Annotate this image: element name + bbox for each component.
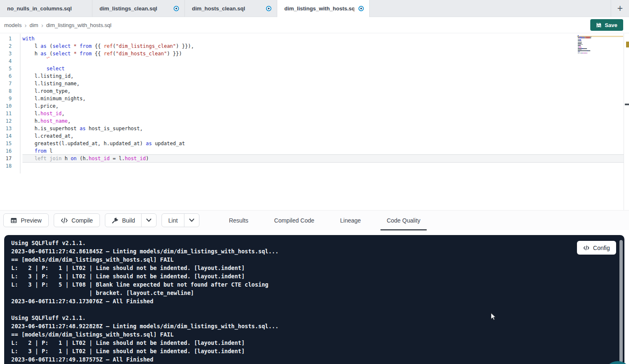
line-number: 12	[0, 117, 20, 125]
code-line: l.room_type,	[22, 87, 629, 95]
lint-button[interactable]: Lint	[162, 214, 184, 227]
minimap-line	[578, 37, 603, 38]
code-line: select	[22, 65, 629, 72]
code-content[interactable]: with l as (select * from {{ ref("dim_lis…	[20, 34, 629, 210]
line-number: 14	[0, 132, 20, 140]
terminal-panel: Using SQLFluff v2.1.1. 2023-06-06T11:27:…	[4, 235, 624, 364]
minimap-line	[578, 39, 603, 40]
code-line: greatest(l.updated_at, h.updated_at) as …	[22, 140, 629, 147]
line-number: 13	[0, 125, 20, 132]
preview-button-label: Preview	[21, 217, 42, 224]
preview-button[interactable]: Preview	[3, 213, 49, 227]
build-dropdown-toggle[interactable]	[141, 214, 156, 227]
file-tab-label: dim_hosts_clean.sql	[192, 5, 245, 12]
build-button[interactable]: Build	[105, 214, 141, 227]
line-number: 4	[0, 57, 20, 65]
compile-button[interactable]: Compile	[54, 213, 100, 227]
code-line: h.host_name,	[22, 117, 629, 125]
code-line	[22, 57, 629, 65]
code-icon	[61, 218, 68, 223]
action-toolbar: Preview Compile Build Lint	[0, 210, 629, 230]
file-tab[interactable]: dim_hosts_clean.sql	[185, 0, 277, 17]
minimap-line	[578, 54, 603, 54]
build-button-label: Build	[122, 217, 135, 224]
line-number: 10	[0, 102, 20, 110]
hammer-icon	[112, 217, 118, 224]
code-line: l.host_id,	[22, 110, 629, 117]
lint-button-group: Lint	[162, 213, 199, 227]
minimap-line	[578, 42, 603, 43]
tab-code-quality[interactable]: Code Quality	[380, 210, 427, 230]
line-number: 9	[0, 95, 20, 102]
line-number: 6	[0, 72, 20, 80]
file-tab[interactable]: no_nulls_in_columns.sql	[0, 0, 92, 17]
breadcrumb-separator: ›	[25, 22, 27, 28]
minimap-line	[578, 40, 603, 40]
code-line	[22, 162, 629, 170]
tab-bar-filler	[370, 0, 611, 17]
compile-button-label: Compile	[72, 217, 93, 224]
modified-indicator-icon	[358, 6, 364, 11]
code-editor: 123456789101112131415161718 with l as (s…	[0, 34, 629, 210]
code-line: l.listing_id,	[22, 72, 629, 80]
lint-button-label: Lint	[168, 217, 178, 224]
code-line: l.listing_name,	[22, 80, 629, 87]
line-number: 17	[0, 155, 20, 162]
breadcrumb-item[interactable]: dim_listings_with_hosts.sql	[46, 22, 112, 28]
minimap-line	[578, 44, 603, 45]
line-number: 1	[0, 35, 20, 42]
minimap[interactable]	[578, 35, 603, 55]
tab-results[interactable]: Results	[223, 210, 255, 230]
code-line: l.price,	[22, 102, 629, 110]
new-tab-button[interactable]: +	[611, 0, 629, 17]
code-line: l as (select * from {{ ref("dim_listings…	[22, 42, 629, 50]
code-line: h.is_superhost as host_is_superhost,	[22, 125, 629, 132]
code-line: l.created_at,	[22, 132, 629, 140]
code-line: left join h on (h.host_id = l.host_id)	[22, 155, 629, 162]
tab-bar-tabs: no_nulls_in_columns.sqldim_listings_clea…	[0, 0, 370, 17]
build-button-group: Build	[105, 213, 157, 227]
table-icon	[10, 217, 17, 224]
tab-bar: no_nulls_in_columns.sqldim_listings_clea…	[0, 0, 629, 17]
file-tab[interactable]: dim_listings_with_hosts.sql	[277, 0, 370, 17]
breadcrumb: models›dim›dim_listings_with_hosts.sql	[4, 22, 112, 28]
minimap-line	[578, 50, 603, 50]
result-tabs: ResultsCompiled CodeLineageCode Quality	[216, 210, 433, 230]
line-number: 15	[0, 140, 20, 147]
minimap-line	[578, 35, 603, 36]
line-number: 2	[0, 42, 20, 50]
file-tab[interactable]: dim_listings_clean.sql	[92, 0, 185, 17]
tab-lineage[interactable]: Lineage	[334, 210, 367, 230]
minimap-line	[578, 52, 603, 52]
lint-dropdown-toggle[interactable]	[184, 214, 199, 227]
line-number: 8	[0, 87, 20, 95]
terminal-scrollbar[interactable]	[619, 240, 623, 362]
file-tab-label: dim_listings_clean.sql	[99, 5, 157, 12]
chevron-down-icon	[189, 218, 194, 222]
modified-indicator-icon	[266, 6, 271, 11]
minimap-line	[578, 50, 603, 51]
line-number: 11	[0, 110, 20, 117]
breadcrumb-item[interactable]: models	[4, 22, 22, 28]
minimap-line	[578, 43, 603, 44]
save-icon	[596, 22, 602, 28]
minimap-line	[578, 47, 603, 48]
line-number: 7	[0, 80, 20, 87]
editor-scrollbar[interactable]	[624, 34, 629, 210]
minimap-line	[578, 45, 603, 46]
minimap-line	[578, 53, 603, 54]
breadcrumb-item[interactable]: dim	[30, 22, 38, 28]
minimap-line	[578, 41, 603, 42]
save-button[interactable]: Save	[590, 19, 623, 31]
line-number-gutter: 123456789101112131415161718	[0, 34, 20, 173]
modified-indicator-icon	[174, 6, 179, 11]
config-button[interactable]: Config	[577, 241, 616, 255]
config-button-label: Config	[593, 245, 610, 251]
tab-compiled-code[interactable]: Compiled Code	[268, 210, 321, 230]
minimap-line	[578, 48, 603, 49]
file-tab-label: dim_listings_with_hosts.sql	[284, 5, 354, 12]
breadcrumb-separator: ›	[41, 22, 43, 28]
terminal-output: Using SQLFluff v2.1.1. 2023-06-06T11:27:…	[4, 235, 624, 364]
chevron-down-icon	[146, 218, 152, 222]
code-line: l.minimum_nights,	[22, 95, 629, 102]
